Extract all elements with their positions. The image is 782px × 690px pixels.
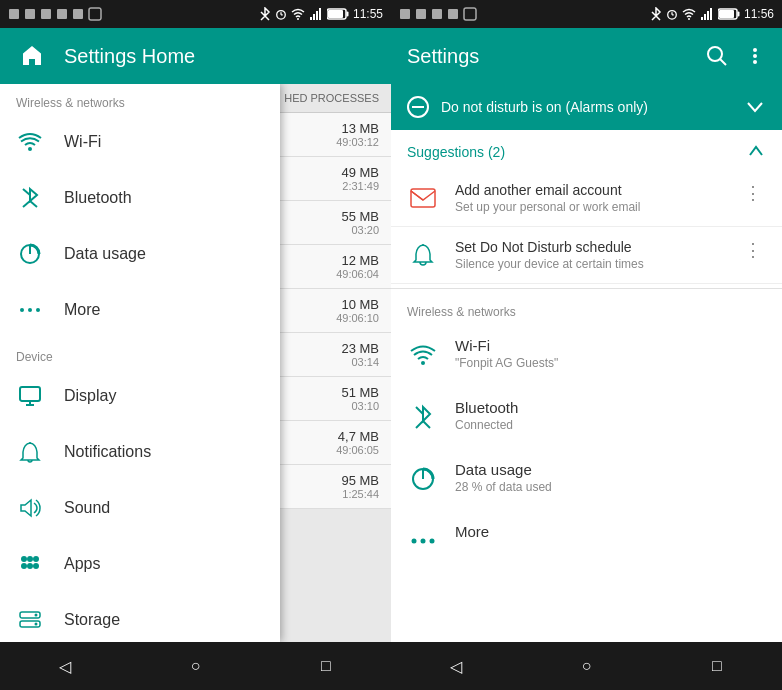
top-bar-right: Settings (391, 28, 782, 84)
left-menu-content: Wireless & networks Wi-Fi Bluetooth Data… (0, 84, 280, 642)
svg-point-9 (297, 18, 299, 20)
home-icon (20, 44, 44, 68)
gmail-svg (409, 184, 437, 212)
more-horiz-icon (16, 296, 44, 324)
suggestion-item-dnd[interactable]: Set Do Not Disturb schedule Silence your… (391, 227, 782, 284)
menu-label: Bluetooth (64, 189, 132, 207)
svg-rect-11 (313, 14, 315, 20)
svg-rect-39 (400, 9, 410, 19)
settings-item-title-more: More (455, 523, 766, 540)
sim-icon-r (399, 8, 411, 20)
menu-item-more[interactable]: More (0, 282, 280, 338)
svg-rect-3 (57, 9, 67, 19)
svg-rect-22 (20, 387, 40, 401)
svg-rect-40 (416, 9, 426, 19)
dnd-left: Do not disturb is on (Alarms only) (407, 96, 648, 118)
more-button[interactable] (744, 45, 766, 67)
menu-item-storage[interactable]: Storage (0, 592, 280, 642)
svg-point-27 (27, 556, 33, 562)
suggestion-more-email[interactable]: ⋮ (740, 182, 766, 204)
wifi-status-icon-right (682, 7, 696, 21)
menu-section-label: Wireless & networks (0, 84, 280, 114)
menu-label: Apps (64, 555, 100, 573)
status-bar-right: 11:56 (391, 0, 782, 28)
menu-item-data-usage[interactable]: Data usage (0, 226, 280, 282)
sim-icon (8, 8, 20, 20)
home-icon-container (16, 40, 48, 72)
data-usage-icon (16, 240, 44, 268)
svg-rect-16 (328, 10, 343, 18)
top-bar-left: Settings Home (0, 28, 391, 84)
svg-rect-5 (89, 8, 101, 20)
data-usage-icon (407, 463, 439, 495)
home-button-right[interactable]: ○ (574, 654, 598, 678)
bluetooth-icon (16, 184, 44, 212)
signal-icon-left (309, 7, 323, 21)
menu-item-apps[interactable]: Apps (0, 536, 280, 592)
usb-icon (72, 8, 84, 20)
menu-item-bluetooth[interactable]: Bluetooth (0, 170, 280, 226)
back-button-right[interactable]: ◁ (444, 654, 468, 678)
menu-section-label: Device (0, 338, 280, 368)
left-panel: 11:55 Settings Home HED PROCESSES 13 MB4… (0, 0, 391, 690)
alarm-icon-left (275, 7, 287, 21)
suggestion-content-dnd: Set Do Not Disturb schedule Silence your… (455, 239, 724, 271)
more-dots-icon (407, 525, 439, 557)
settings-item-title-bluetooth: Bluetooth (455, 399, 766, 416)
search-button[interactable] (706, 45, 728, 67)
svg-rect-4 (73, 9, 83, 19)
svg-rect-51 (710, 8, 712, 20)
suggestions-collapse-icon[interactable] (746, 142, 766, 162)
svg-line-56 (720, 59, 726, 65)
svg-rect-12 (316, 11, 318, 20)
status-icons-right-r: 11:56 (650, 7, 774, 21)
menu-item-notifications[interactable]: Notifications (0, 424, 280, 480)
dnd-minus-icon (407, 96, 429, 118)
dnd-chevron-icon (744, 96, 766, 118)
svg-rect-43 (464, 8, 476, 20)
svg-point-30 (27, 563, 33, 569)
section-divider-1 (391, 288, 782, 289)
storage-icon (16, 606, 44, 634)
nav-bar-right: ◁ ○ □ (391, 642, 782, 690)
settings-item-wifi[interactable]: Wi-Fi "Fonpit AG Guests" (391, 323, 782, 385)
bell-icon (407, 239, 439, 271)
battery-icon-left (327, 8, 349, 20)
notifications-icon (16, 438, 44, 466)
suggestion-title-email: Add another email account (455, 182, 724, 198)
dnd-banner[interactable]: Do not disturb is on (Alarms only) (391, 84, 782, 130)
settings-menu: Wireless & networks Wi-Fi Bluetooth Data… (0, 84, 280, 642)
svg-rect-53 (737, 12, 739, 17)
svg-rect-0 (9, 9, 19, 19)
status-icons-right-left: 11:55 (259, 7, 383, 21)
bluetooth-status-icon-left (259, 7, 271, 21)
menu-label: Wi-Fi (64, 133, 101, 151)
suggestion-item-email[interactable]: Add another email account Set up your pe… (391, 170, 782, 227)
svg-rect-50 (707, 11, 709, 20)
battery-icon-right (718, 8, 740, 20)
menu-label: Data usage (64, 245, 146, 263)
svg-point-31 (33, 563, 39, 569)
back-button-left[interactable]: ◁ (53, 654, 77, 678)
suggestion-title-dnd: Set Do Not Disturb schedule (455, 239, 724, 255)
processes-area: HED PROCESSES 13 MB49:03:1249 MB2:31:495… (0, 84, 391, 642)
menu-item-wi-fi[interactable]: Wi-Fi (0, 114, 280, 170)
settings-item-content-more: More (455, 523, 766, 540)
usb-icon-r (447, 8, 459, 20)
svg-rect-62 (411, 189, 435, 207)
recent-button-left[interactable]: □ (314, 654, 338, 678)
bluetooth-icon (407, 401, 439, 433)
settings-title-right: Settings (407, 45, 479, 68)
settings-item-bluetooth[interactable]: Bluetooth Connected (391, 385, 782, 447)
home-button-left[interactable]: ○ (183, 654, 207, 678)
menu-item-display[interactable]: Display (0, 368, 280, 424)
svg-point-29 (21, 563, 27, 569)
settings-item-datausage[interactable]: Data usage 28 % of data used (391, 447, 782, 509)
dnd-text: Do not disturb is on (Alarms only) (441, 99, 648, 115)
menu-item-sound[interactable]: Sound (0, 480, 280, 536)
svg-point-17 (28, 147, 32, 151)
suggestion-more-dnd[interactable]: ⋮ (740, 239, 766, 261)
top-bar-icons (706, 45, 766, 67)
settings-item-more[interactable]: More (391, 509, 782, 571)
recent-button-right[interactable]: □ (705, 654, 729, 678)
